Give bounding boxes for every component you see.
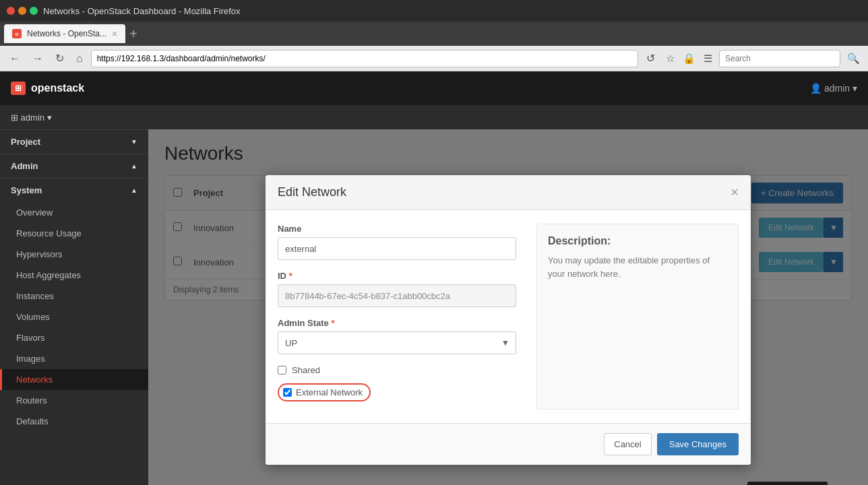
id-input xyxy=(278,284,516,307)
modal-header: Edit Network × xyxy=(266,175,751,210)
system-arrow-icon: ▲ xyxy=(131,187,137,194)
sidebar-item-defaults[interactable]: Defaults xyxy=(0,411,148,432)
sidebar-section-admin[interactable]: Admin ▲ xyxy=(0,154,148,178)
name-field-group: Name xyxy=(278,224,516,260)
shield-icon[interactable]: 🔒 xyxy=(680,51,698,66)
tab-favicon-icon: o xyxy=(12,29,22,38)
external-network-checkbox[interactable] xyxy=(283,388,292,397)
external-network-label[interactable]: External Network xyxy=(296,387,363,397)
new-tab-button[interactable]: + xyxy=(129,26,137,42)
browser-titlebar: Networks - OpenStack Dashboard - Mozilla… xyxy=(0,0,868,22)
app-body: Project ▼ Admin ▲ System ▲ Overview Reso… xyxy=(0,129,868,485)
volumes-label: Volumes xyxy=(16,312,50,322)
admin-state-field-group: Admin State * UP DOWN ▼ xyxy=(278,318,516,354)
defaults-label: Defaults xyxy=(16,416,49,426)
modal-overlay: Edit Network × Name ID xyxy=(148,129,868,485)
logo-icon: ⊞ xyxy=(11,82,26,95)
admin-state-select-wrapper: UP DOWN ▼ xyxy=(278,331,516,354)
system-label: System xyxy=(11,185,42,195)
browser-nav-icons: ☆ 🔒 ☰ xyxy=(663,51,715,66)
browser-tabbar: o Networks - OpenSta... × + xyxy=(0,22,868,46)
admin-dropdown[interactable]: ⊞ admin ▾ xyxy=(11,112,52,123)
admin-state-select[interactable]: UP DOWN xyxy=(278,331,516,354)
tab-close-icon[interactable]: × xyxy=(112,28,117,39)
shared-checkbox-group: Shared xyxy=(278,365,516,375)
project-label: Project xyxy=(11,137,40,147)
admin-icon: 👤 xyxy=(810,83,822,94)
admin-user-menu[interactable]: 👤 admin ▾ xyxy=(810,83,857,94)
admin-state-required: * xyxy=(331,318,334,328)
minimize-window-button[interactable] xyxy=(18,7,26,15)
edit-network-modal: Edit Network × Name ID xyxy=(266,175,751,465)
admin-dropdown-label: ⊞ admin ▾ xyxy=(11,112,52,123)
modal-title: Edit Network xyxy=(278,185,346,199)
sidebar-item-flavors[interactable]: Flavors xyxy=(0,327,148,348)
extensions-icon[interactable]: 🔍 xyxy=(844,51,863,66)
admin-menu-label: admin ▾ xyxy=(824,83,857,94)
bookmark-icon[interactable]: ☆ xyxy=(663,51,677,66)
sidebar-item-overview[interactable]: Overview xyxy=(0,202,148,223)
sidebar-item-volumes[interactable]: Volumes xyxy=(0,306,148,327)
description-text: You may update the editable properties o… xyxy=(548,254,727,280)
hypervisors-label: Hypervisors xyxy=(16,249,63,259)
app-header: ⊞ openstack 👤 admin ▾ xyxy=(0,71,868,105)
name-label: Name xyxy=(278,224,516,234)
firefox-menu-icon[interactable]: ☰ xyxy=(701,51,715,66)
images-label: Images xyxy=(16,354,45,364)
resource-usage-label: Resource Usage xyxy=(16,228,82,238)
forward-button[interactable]: → xyxy=(28,50,47,67)
save-changes-button[interactable]: Save Changes xyxy=(657,433,739,455)
description-title: Description: xyxy=(548,235,727,247)
refresh-go-button[interactable]: ↺ xyxy=(642,49,659,67)
sidebar-section-system[interactable]: System ▲ xyxy=(0,178,148,202)
home-button[interactable]: ⌂ xyxy=(72,50,87,67)
browser-search-input[interactable] xyxy=(719,50,840,67)
sidebar-section-project[interactable]: Project ▼ xyxy=(0,129,148,154)
browser-navbar: ← → ↻ ⌂ ↺ ☆ 🔒 ☰ 🔍 xyxy=(0,46,868,71)
refresh-button[interactable]: ↻ xyxy=(51,49,68,67)
networks-label: Networks xyxy=(16,375,53,385)
sidebar-item-instances[interactable]: Instances xyxy=(0,286,148,306)
project-arrow-icon: ▼ xyxy=(131,138,137,146)
openstack-logo: ⊞ openstack xyxy=(11,82,84,95)
sidebar-item-networks[interactable]: Networks xyxy=(0,369,148,390)
app-subheader: ⊞ admin ▾ xyxy=(0,105,868,129)
sidebar-item-hypervisors[interactable]: Hypervisors xyxy=(0,244,148,265)
flavors-label: Flavors xyxy=(16,333,45,343)
sidebar-item-routers[interactable]: Routers xyxy=(0,390,148,411)
sidebar-item-resource-usage[interactable]: Resource Usage xyxy=(0,223,148,244)
browser-title: Networks - OpenStack Dashboard - Mozilla… xyxy=(43,6,241,16)
admin-state-label: Admin State * xyxy=(278,318,516,328)
url-bar[interactable] xyxy=(91,50,638,67)
cancel-button[interactable]: Cancel xyxy=(604,433,651,455)
sidebar-item-host-aggregates[interactable]: Host Aggregates xyxy=(0,265,148,286)
admin-arrow-icon: ▲ xyxy=(131,162,137,170)
host-aggregates-label: Host Aggregates xyxy=(16,270,81,280)
browser-tab-active[interactable]: o Networks - OpenSta... × xyxy=(4,24,125,43)
close-window-button[interactable] xyxy=(7,7,15,15)
routers-label: Routers xyxy=(16,395,47,406)
modal-form: Name ID * xyxy=(278,224,516,410)
external-network-annotation: External Network xyxy=(278,383,371,401)
shared-label[interactable]: Shared xyxy=(292,365,320,375)
browser-window-controls xyxy=(7,7,38,15)
maximize-window-button[interactable] xyxy=(30,7,38,15)
shared-checkbox[interactable] xyxy=(278,366,286,375)
external-network-checkbox-group: External Network xyxy=(278,383,516,401)
modal-close-button[interactable]: × xyxy=(731,185,739,200)
sidebar-item-images[interactable]: Images xyxy=(0,348,148,369)
modal-body: Name ID * xyxy=(266,210,751,423)
back-button[interactable]: ← xyxy=(5,50,24,67)
modal-description: Description: You may update the editable… xyxy=(536,224,739,410)
modal-footer: Cancel Save Changes xyxy=(266,423,751,465)
id-required: * xyxy=(289,271,292,281)
overview-label: Overview xyxy=(16,207,53,218)
logo-text: openstack xyxy=(31,82,84,94)
admin-label: Admin xyxy=(11,161,38,171)
id-field-group: ID * xyxy=(278,271,516,307)
tab-label: Networks - OpenSta... xyxy=(27,29,106,38)
instances-label: Instances xyxy=(16,291,54,301)
main-content: Networks Project Network Name + Create N… xyxy=(148,129,868,485)
sidebar: Project ▼ Admin ▲ System ▲ Overview Reso… xyxy=(0,129,148,485)
name-input[interactable] xyxy=(278,237,516,260)
